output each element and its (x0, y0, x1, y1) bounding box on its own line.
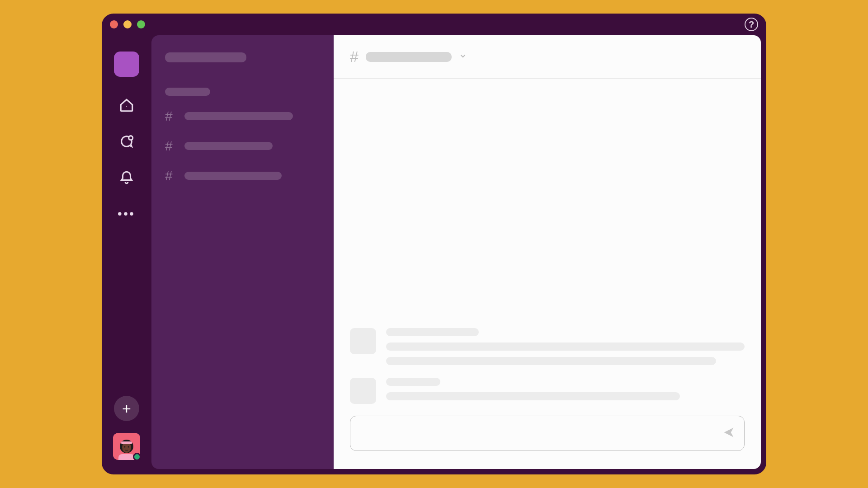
app-window: ? ••• + (102, 14, 766, 474)
main-content: # (334, 35, 761, 469)
activity-icon[interactable] (119, 170, 134, 185)
message-author (386, 328, 479, 336)
message-list (334, 79, 761, 404)
channel-item[interactable]: # (165, 138, 320, 154)
svg-rect-8 (121, 441, 132, 444)
svg-rect-3 (118, 454, 135, 460)
message-author (386, 378, 440, 386)
message-item (350, 378, 745, 404)
help-button[interactable]: ? (745, 18, 758, 31)
dms-icon[interactable] (119, 134, 134, 149)
user-menu[interactable] (113, 433, 140, 460)
message-item (350, 328, 745, 365)
channel-item[interactable]: # (165, 108, 320, 124)
channel-name (184, 172, 282, 180)
send-button[interactable] (722, 426, 735, 441)
send-icon (722, 426, 735, 439)
message-avatar[interactable] (350, 378, 376, 404)
svg-point-1 (129, 136, 133, 140)
chevron-down-icon (459, 52, 467, 62)
svg-point-7 (128, 446, 129, 447)
channel-sidebar: # # # (151, 35, 334, 469)
home-icon[interactable] (119, 98, 134, 113)
message-text (386, 357, 716, 365)
channel-header[interactable]: # (334, 35, 761, 79)
channel-item[interactable]: # (165, 168, 320, 183)
zoom-window-button[interactable] (137, 20, 145, 28)
channel-title (366, 52, 452, 62)
svg-point-6 (124, 446, 126, 447)
channel-name (184, 112, 293, 120)
create-new-button[interactable]: + (114, 396, 139, 421)
help-icon: ? (749, 19, 754, 30)
window-controls (110, 20, 145, 28)
hash-icon: # (165, 168, 173, 183)
hash-icon: # (350, 48, 359, 66)
presence-indicator (133, 453, 141, 461)
message-text (386, 343, 745, 351)
sidebar-section-label[interactable] (165, 88, 210, 96)
channel-name (184, 142, 273, 150)
message-composer[interactable] (350, 416, 745, 451)
plus-icon: + (122, 400, 131, 418)
close-window-button[interactable] (110, 20, 118, 28)
more-icon[interactable]: ••• (119, 206, 134, 221)
workspace-rail: ••• + (102, 35, 151, 469)
minimize-window-button[interactable] (123, 20, 132, 28)
title-bar: ? (102, 14, 766, 35)
workspace-switcher[interactable] (114, 52, 139, 77)
svg-point-0 (126, 106, 127, 107)
composer-area (334, 404, 761, 469)
hash-icon: # (165, 108, 173, 124)
hash-icon: # (165, 138, 173, 154)
message-text (386, 392, 680, 400)
workspace-name[interactable] (165, 52, 246, 62)
message-avatar[interactable] (350, 328, 376, 354)
